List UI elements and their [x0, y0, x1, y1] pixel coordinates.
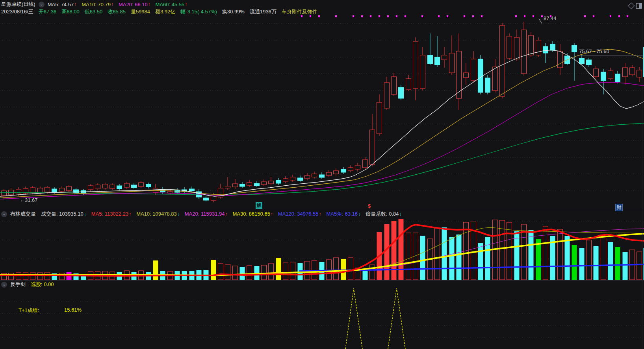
legend-token: MA5: 74.57↑ — [48, 2, 77, 7]
chevron-down-icon[interactable]: ⌄ — [1, 282, 7, 288]
legend-token: MA20: 66.10↑ — [119, 2, 150, 7]
last-price-range-label: 75.67 - 75.60 — [579, 48, 609, 54]
pane-divider[interactable] — [0, 210, 644, 210]
legend-token: 布林成交量 — [10, 211, 36, 218]
legend-token: MA120: 34976.55↑ — [278, 211, 321, 217]
signal-dots — [301, 15, 628, 17]
signal-indicator-legend: 反手剑选股: 0.00 — [10, 281, 59, 288]
candles — [2, 22, 644, 202]
cai-marker-badge[interactable]: 财 — [615, 204, 623, 211]
legend-token: 反手剑 — [10, 281, 26, 288]
legend-token: 车身附件及饰件 — [282, 8, 317, 15]
legend-token: 收65.85 — [108, 8, 126, 15]
jie-marker-badge[interactable]: 解 — [256, 202, 262, 209]
pane-divider[interactable] — [0, 280, 644, 281]
legend-token: 低63.50 — [85, 8, 103, 15]
high-price-label: 87.44 — [544, 15, 557, 21]
legend-token: 额3.92亿 — [155, 8, 175, 15]
low-price-label: ←31.67 — [20, 197, 38, 203]
bottom-gridlines — [0, 302, 644, 337]
signal-spikes — [345, 288, 405, 349]
high-arrow — [539, 18, 542, 24]
ma-legend: MA5: 74.57↑MA10: 70.79↑MA20: 66.10↑MA60:… — [48, 2, 193, 7]
dollar-marker[interactable]: $ — [368, 203, 371, 209]
header-row-2: 2023/08/16/三开67.36高68.00低63.50收65.85量599… — [1, 8, 323, 15]
legend-token: 成交量: 103935.10↓ — [41, 211, 86, 218]
volume-pane-header: ⌄ 布林成交量成交量: 103935.10↓MA5: 113022.23↑MA1… — [1, 211, 407, 218]
stock-title: 星源卓镁(日线) — [1, 1, 35, 8]
quote-summary: 2023/08/16/三开67.36高68.00低63.50收65.85量599… — [1, 8, 323, 15]
legend-token: 2023/08/16/三 — [1, 8, 33, 15]
candlestick-chart[interactable] — [0, 0, 644, 349]
legend-token: MA20: 115931.94↑ — [185, 211, 228, 217]
legend-token: 高68.00 — [61, 8, 80, 15]
legend-token: 幅-3.15(-4.57%) — [180, 8, 217, 15]
legend-token: 量59984 — [131, 8, 150, 15]
legend-token: 流通1936万 — [250, 8, 277, 15]
legend-token: MA10: 70.79↑ — [82, 2, 113, 7]
legend-token: MA5角: 63.16↓ — [327, 211, 361, 218]
chevron-down-icon[interactable]: ⌄ — [1, 211, 7, 217]
bottom-pane-header: ⌄ 反手剑选股: 0.00 — [1, 281, 59, 288]
chart-right-border — [642, 18, 642, 349]
legend-token: 倍量系数: 0.84↓ — [366, 211, 402, 218]
header-row-1: 星源卓镁(日线) ⌄ MA5: 74.57↑MA10: 70.79↑MA20: … — [1, 1, 192, 8]
legend-token: MA5: 113022.23↑ — [91, 211, 131, 217]
legend-token: MA30: 86150.65↑ — [232, 211, 273, 217]
legend-token: 换30.99% — [222, 8, 245, 15]
split-panel-icon[interactable] — [636, 3, 642, 9]
legend-token: 开67.36 — [39, 8, 57, 15]
volume-indicator-legend: 布林成交量成交量: 103935.10↓MA5: 113022.23↑MA10:… — [10, 211, 407, 218]
legend-token: MA10: 109478.83↓ — [136, 211, 180, 217]
legend-token: MA60: 45.55↑ — [156, 2, 187, 7]
trading-app-window: 星源卓镁(日线) ⌄ MA5: 74.57↑MA10: 70.79↑MA20: … — [0, 0, 644, 349]
t1-score-value: 15.61% — [64, 307, 82, 313]
chevron-down-icon[interactable]: ⌄ — [39, 2, 45, 7]
legend-token: 选股: 0.00 — [31, 281, 54, 288]
t1-score-label: T+1成绩: — [19, 307, 39, 314]
